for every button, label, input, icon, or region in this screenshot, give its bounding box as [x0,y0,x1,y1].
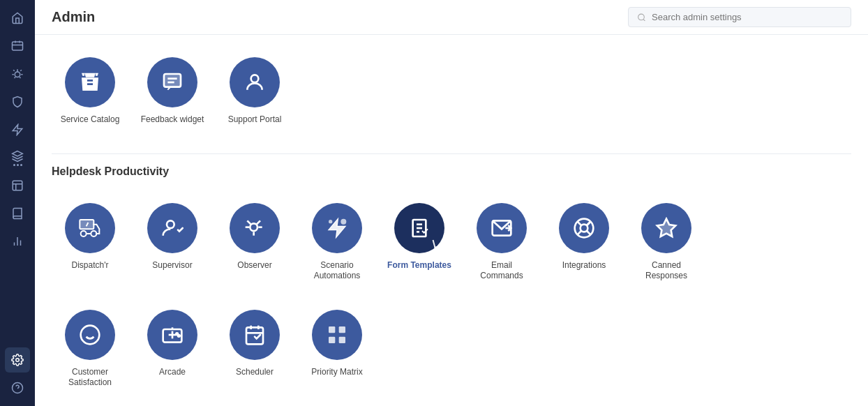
form-templates-label: Form Templates [387,260,451,271]
section-divider-1 [52,153,851,154]
scenario-automations-icon [312,203,362,253]
service-catalog-item[interactable]: Service Catalog [52,46,128,137]
main-content: Admin Service Catalog Feedback widget [35,0,868,406]
helpdesk-section: Helpdesk Productivity Dispatch'r Supervi… [52,165,851,400]
scenario-automations-item[interactable]: Scenario Automations [299,192,375,293]
lightning-icon[interactable] [5,117,30,142]
helpdesk-section-title: Helpdesk Productivity [52,165,851,178]
ticket-icon[interactable] [5,33,30,59]
svg-line-28 [257,220,260,224]
layers-icon[interactable] [5,145,30,170]
svg-marker-48 [657,218,676,236]
svg-point-23 [81,231,87,236]
svg-point-49 [81,325,100,344]
svg-point-4 [15,72,20,77]
svg-point-42 [581,224,588,232]
priority-matrix-icon [312,310,362,360]
email-commands-label: Email Commands [469,260,534,282]
svg-point-34 [329,220,332,223]
observer-icon [230,203,280,253]
integrations-label: Integrations [562,260,606,271]
home-icon[interactable] [5,6,30,31]
svg-point-13 [16,359,20,362]
svg-rect-63 [329,336,335,343]
layers-more-dots [13,164,22,166]
supervisor-label: Supervisor [152,260,192,271]
feedback-widget-label: Feedback widget [141,114,204,126]
svg-point-33 [341,218,346,224]
arcade-icon [147,310,197,360]
svg-rect-62 [339,326,345,333]
scheduler-label: Scheduler [236,367,274,378]
support-portal-label: Support Portal [228,114,282,126]
helpdesk-items-row1: Dispatch'r Supervisor Observer [52,192,851,293]
email-commands-icon [477,203,527,253]
svg-line-17 [643,19,645,20]
customer-satisfaction-icon [65,310,115,360]
dispatcr-item[interactable]: Dispatch'r [52,192,128,293]
observer-item[interactable]: Observer [216,192,293,293]
arcade-item[interactable]: Arcade [134,299,211,400]
form-templates-icon [394,203,444,253]
email-commands-item[interactable]: Email Commands [463,192,540,293]
svg-marker-6 [13,151,23,156]
svg-point-21 [251,75,259,82]
customer-satisfaction-label: Customer Satisfaction [57,367,123,389]
svg-rect-18 [164,74,181,87]
svg-rect-7 [13,181,22,190]
search-input[interactable] [652,12,842,22]
priority-matrix-label: Priority Matrix [311,367,362,378]
integrations-icon [559,203,609,253]
header: Admin [35,0,868,35]
shield-icon[interactable] [5,89,30,114]
svg-line-46 [587,222,590,225]
observer-label: Observer [237,260,271,271]
service-catalog-icon [65,57,115,107]
chart-icon[interactable] [5,229,30,254]
support-portal-item[interactable]: Support Portal [216,46,293,137]
svg-line-44 [587,230,591,234]
priority-matrix-item[interactable]: Priority Matrix [299,299,375,400]
supervisor-icon [147,203,197,253]
sidebar [0,0,35,406]
svg-marker-5 [13,125,22,135]
content-area: Service Catalog Feedback widget Support … [35,35,868,406]
feedback-widget-icon [147,57,197,107]
search-icon [637,13,646,22]
page-title: Admin [52,9,95,25]
integrations-item[interactable]: Integrations [546,192,622,293]
scheduler-item[interactable]: Scheduler [216,299,293,400]
book-icon[interactable] [5,201,30,226]
svg-point-16 [638,14,645,20]
svg-point-26 [250,223,257,231]
svg-rect-0 [13,42,23,50]
search-box[interactable] [628,7,851,27]
svg-line-47 [578,230,582,234]
feedback-widget-item[interactable]: Feedback widget [134,46,211,137]
helpdesk-items-row2: Customer Satisfaction Arcade Scheduler [52,299,851,400]
dispatcr-icon [65,203,115,253]
supervisor-item[interactable]: Supervisor [134,192,211,293]
scheduler-icon [230,310,280,360]
svg-line-43 [578,221,582,225]
settings-icon[interactable] [5,347,30,373]
support-portal-icon [230,57,280,107]
dispatcr-label: Dispatch'r [72,260,109,271]
bug-icon[interactable] [5,61,30,87]
canned-responses-icon [641,203,691,253]
svg-point-56 [178,335,180,337]
top-items-row: Service Catalog Feedback widget Support … [52,35,851,142]
canned-responses-label: Canned Responses [634,260,699,282]
svg-rect-61 [329,326,335,333]
svg-rect-64 [339,336,345,343]
help-icon[interactable] [5,375,30,400]
svg-point-25 [167,220,174,228]
form-templates-item[interactable]: Form Templates [381,192,458,293]
customer-satisfaction-item[interactable]: Customer Satisfaction [52,299,128,400]
arcade-label: Arcade [159,367,186,378]
report-icon[interactable] [5,173,30,198]
service-catalog-label: Service Catalog [61,114,120,126]
canned-responses-item[interactable]: Canned Responses [628,192,705,293]
scenario-automations-label: Scenario Automations [304,260,370,282]
svg-line-27 [247,220,250,224]
